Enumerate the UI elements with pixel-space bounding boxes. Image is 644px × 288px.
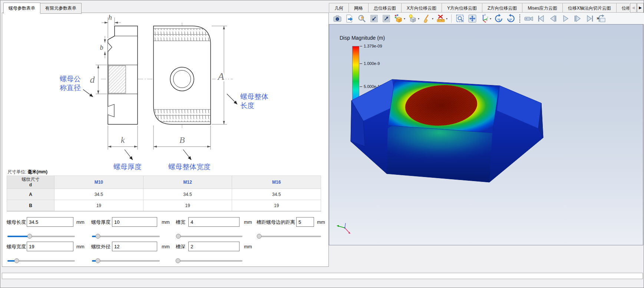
col-header-m12[interactable]: M12	[143, 176, 232, 189]
chevron-down-icon[interactable]: ▾	[490, 17, 491, 20]
tab-scroll-left-button[interactable]: ◀	[630, 3, 637, 13]
cell-A-m10: 34.5	[55, 189, 143, 200]
lighting-icon[interactable]	[408, 14, 417, 23]
step-forward-icon[interactable]	[573, 14, 582, 23]
tab-mesh[interactable]: 网格	[349, 3, 369, 13]
export-image-icon[interactable]	[345, 14, 354, 23]
table-row: B 19 19 19	[7, 200, 321, 212]
legend-title: Disp Magnitude (m)	[340, 35, 385, 41]
tab-z-displacement[interactable]: Z方向位移云图	[482, 3, 522, 13]
row-label-A: A	[7, 189, 55, 200]
leader-nominal-diameter	[83, 89, 93, 97]
row-label-B: B	[7, 200, 55, 212]
viewer-toolbar: ▾ ▾ ▾ ▾ ZYX ▾	[329, 13, 644, 24]
step-back-icon[interactable]	[548, 14, 558, 23]
chevron-down-icon[interactable]: ▾	[432, 17, 433, 20]
skip-first-icon[interactable]	[536, 14, 546, 23]
thread-outer-diameter-input[interactable]	[112, 242, 157, 251]
tab-x-displacement[interactable]: X方向位移云图	[402, 3, 442, 13]
rotate-ccw-icon[interactable]	[506, 14, 516, 23]
toolbar-overflow-button[interactable]: »	[597, 15, 599, 21]
tab-total-displacement[interactable]: 总位移云图	[369, 3, 402, 13]
slider-thumb[interactable]	[27, 234, 32, 239]
slot-depth-input[interactable]	[188, 242, 240, 251]
bottom-status-bar[interactable]	[2, 273, 643, 279]
slot-width-input[interactable]	[188, 217, 240, 227]
result-tab-bar: 几何 网格 总位移云图 X方向位移云图 Y方向位移云图 Z方向位移云图 Mise…	[329, 3, 629, 13]
dim-d	[96, 65, 107, 94]
callout-nominal-diameter-2: 称直径	[60, 84, 81, 92]
quick-zoom-icon[interactable]	[357, 14, 367, 23]
center-hole-outer	[170, 67, 194, 91]
result-3d-viewport[interactable]: Disp Magnitude (m) 1.379e-09 1.000e-9 5.…	[329, 24, 643, 245]
pan-icon[interactable]	[468, 14, 477, 23]
chevron-down-icon[interactable]: ▾	[404, 17, 405, 20]
slider-thumb[interactable]	[257, 234, 262, 239]
chevron-down-icon[interactable]: ▾	[446, 17, 448, 20]
dim-k-label: k	[121, 135, 125, 145]
rotate-cw-icon[interactable]	[494, 14, 503, 23]
callout-nominal-diameter-1: 螺母公	[60, 75, 81, 83]
front-view	[153, 26, 211, 124]
bottom-slot-notch	[108, 104, 114, 117]
tab-fem-parameters[interactable]: 有限元参数表单	[40, 3, 82, 14]
zoom-out-icon[interactable]	[382, 14, 391, 23]
thread-outer-diameter-slider[interactable]	[92, 258, 160, 264]
col-header-m10[interactable]: M10	[55, 176, 143, 189]
dim-h-label: h	[108, 13, 112, 21]
legend-tick	[360, 46, 362, 46]
zoom-window-icon[interactable]	[455, 14, 465, 23]
slot-edge-distance-input[interactable]	[296, 217, 314, 227]
col-header-m16[interactable]: M16	[232, 176, 321, 189]
unit-mm: mm	[76, 242, 85, 252]
nut-width-slider[interactable]	[7, 258, 75, 264]
view-orientation-icon[interactable]: ZYX	[480, 14, 489, 23]
slot-depth-slider[interactable]	[176, 258, 242, 264]
label-nut-width: 螺母宽度	[7, 242, 26, 252]
tab-scroll-right-button[interactable]: ▶	[637, 3, 644, 13]
tab-geometry[interactable]: 几何	[329, 3, 349, 13]
dim-b-label: b	[100, 44, 103, 51]
table-row: A 34.5 34.5 34.5	[7, 189, 321, 200]
nut-length-slider[interactable]	[7, 234, 75, 239]
unit-prefix: 尺寸单位:	[7, 169, 28, 174]
label-slot-depth: 槽深	[176, 242, 185, 252]
skip-last-icon[interactable]	[585, 14, 595, 23]
tab-y-slice[interactable]: 位移Y轴法向切	[617, 3, 629, 13]
slot-edge-distance-slider[interactable]	[257, 234, 321, 239]
legend-tick	[360, 63, 362, 64]
nut-length-input[interactable]	[27, 217, 73, 227]
label-thread-outer-diameter: 螺纹外径	[91, 242, 110, 252]
tab-nut-parameters[interactable]: 螺母参数表单	[3, 3, 40, 14]
leader-thickness	[125, 150, 133, 160]
tab-mises-stress[interactable]: Mises应力云图	[522, 3, 562, 13]
tab-y-displacement[interactable]: Y方向位移云图	[442, 3, 482, 13]
left-tab-bar: 螺母参数表单 有限元参数表单	[3, 3, 82, 14]
measure-delete-icon[interactable]	[436, 14, 446, 23]
clear-icon[interactable]	[422, 14, 432, 23]
unit-mm: mm	[76, 217, 85, 228]
threaded-bore-hatch	[109, 66, 126, 93]
slider-thumb[interactable]	[14, 258, 19, 263]
callout-thickness: 螺母厚度	[113, 163, 142, 171]
slider-thumb[interactable]	[96, 234, 100, 239]
record-animation-icon[interactable]	[524, 14, 534, 23]
slider-thumb[interactable]	[176, 234, 181, 239]
table-corner-cell: 螺纹尺寸 d	[7, 176, 55, 189]
slot-width-slider[interactable]	[176, 234, 242, 239]
slider-thumb[interactable]	[175, 258, 180, 263]
unit-mm: mm	[244, 217, 252, 228]
displacement-contour-model[interactable]	[344, 65, 604, 206]
display-mode-icon[interactable]	[394, 14, 403, 23]
slider-thumb[interactable]	[96, 258, 100, 263]
nut-width-input[interactable]	[27, 242, 73, 251]
nut-thickness-input[interactable]	[112, 217, 157, 227]
zoom-in-icon[interactable]	[369, 14, 379, 23]
play-icon[interactable]	[561, 14, 570, 23]
tab-x-slice[interactable]: 位移X轴法向切片云图	[563, 3, 617, 13]
nut-thickness-slider[interactable]	[92, 234, 160, 239]
dim-B-label: B	[179, 135, 185, 145]
chevron-down-icon[interactable]: ▾	[418, 17, 419, 20]
screenshot-icon[interactable]	[333, 14, 342, 23]
leader-overall-width	[183, 150, 191, 160]
